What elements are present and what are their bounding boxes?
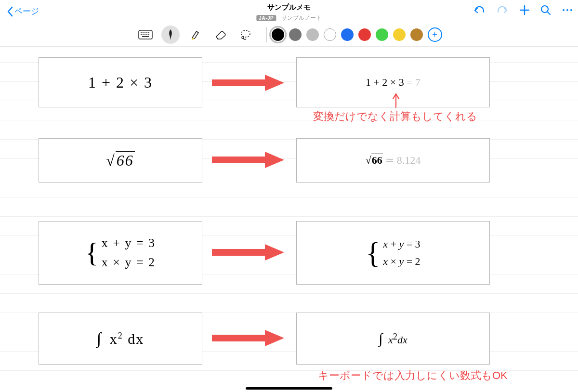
handwritten-eq-2: √66 <box>106 152 135 170</box>
nav-title-block: サンプルメモ JA-JP サンプルノート <box>256 3 321 22</box>
annotation-arrow-up-icon <box>391 92 401 108</box>
plus-icon: + <box>432 30 437 39</box>
eraser-tool[interactable] <box>211 26 230 44</box>
keyboard-tool[interactable] <box>136 26 155 44</box>
handwritten-box-3[interactable]: { x + y = 3 x × y = 2 <box>39 221 202 285</box>
arrow-right-icon <box>212 244 284 261</box>
typeset-eq-2: √66 ≃ 8.124 <box>366 154 421 167</box>
add-color-button[interactable]: + <box>428 27 442 42</box>
svg-rect-13 <box>146 34 147 35</box>
handwritten-box-1[interactable]: 1 + 2 × 3 <box>39 57 202 107</box>
color-swatch-darkgrey[interactable] <box>289 28 302 41</box>
handwritten-eq-3: x + y = 3 x × y = 2 <box>102 236 156 270</box>
color-swatch-brown[interactable] <box>410 28 423 41</box>
home-bar <box>246 387 332 390</box>
nav-actions <box>473 5 573 15</box>
more-icon <box>562 8 573 13</box>
svg-point-17 <box>242 37 244 39</box>
tool-divider <box>266 27 267 42</box>
svg-rect-10 <box>141 34 142 35</box>
svg-rect-19 <box>212 157 267 163</box>
navigation-bar: ページ サンプルメモ JA-JP サンプルノート <box>0 0 578 23</box>
typeset-box-3[interactable]: { x + y = 3 x × y = 2 <box>296 221 490 285</box>
lasso-icon <box>239 29 252 40</box>
typeset-box-4[interactable]: ∫ x2dx <box>296 313 490 365</box>
color-swatch-lightgrey[interactable] <box>306 28 319 41</box>
search-icon <box>540 5 551 15</box>
keyboard-icon <box>138 30 153 39</box>
back-label: ページ <box>14 6 39 17</box>
undo-button[interactable] <box>473 5 486 15</box>
handwritten-box-2[interactable]: √66 <box>39 138 202 183</box>
svg-point-3 <box>570 9 572 11</box>
svg-rect-8 <box>146 32 147 33</box>
handwritten-box-4[interactable]: ∫ x2 dx <box>39 313 202 365</box>
handwritten-eq-4: ∫ x2 dx <box>97 329 144 348</box>
color-swatch-blue[interactable] <box>341 28 354 41</box>
svg-rect-5 <box>141 32 142 33</box>
annotation-note-2: キーボードでは入力しにくい数式もOK <box>318 368 508 383</box>
svg-rect-12 <box>144 34 145 35</box>
tool-bar: + <box>0 23 578 47</box>
annotation-note-1: 変換だけでなく計算もしてくれる <box>313 109 477 124</box>
typeset-eq-1: 1 + 2 × 3 = 7 <box>366 76 420 89</box>
svg-point-2 <box>566 9 568 11</box>
svg-rect-20 <box>212 249 267 256</box>
redo-icon <box>496 5 509 15</box>
note-canvas[interactable]: 1 + 2 × 3 1 + 2 × 3 = 7 変換だけでなく計算もしてくれる … <box>0 47 578 392</box>
plus-icon <box>519 5 530 15</box>
chevron-left-icon <box>7 6 13 17</box>
color-swatch-white[interactable] <box>324 28 336 41</box>
svg-point-16 <box>241 30 250 37</box>
pen-icon <box>165 28 176 41</box>
search-button[interactable] <box>540 5 551 15</box>
back-button[interactable]: ページ <box>7 6 39 17</box>
typeset-eq-4: ∫ x2dx <box>379 330 407 347</box>
svg-rect-7 <box>144 32 145 33</box>
typeset-eq-3: x + y = 3 x × y = 2 <box>383 238 420 268</box>
undo-icon <box>473 5 486 15</box>
svg-rect-9 <box>148 32 149 33</box>
svg-point-1 <box>563 9 565 11</box>
arrow-right-icon <box>212 75 284 91</box>
svg-rect-21 <box>212 335 267 341</box>
color-swatch-black[interactable] <box>272 28 284 41</box>
color-palette: + <box>272 27 442 42</box>
color-swatch-green[interactable] <box>376 28 388 41</box>
left-brace-icon: { <box>85 239 99 267</box>
color-swatch-red[interactable] <box>358 28 371 41</box>
svg-rect-14 <box>148 34 149 35</box>
redo-button[interactable] <box>496 5 509 15</box>
handwritten-eq-1: 1 + 2 × 3 <box>88 74 153 91</box>
svg-rect-11 <box>143 34 144 35</box>
color-swatch-yellow[interactable] <box>393 28 406 41</box>
arrow-right-icon <box>212 152 284 168</box>
more-button[interactable] <box>562 8 573 13</box>
eraser-icon <box>214 29 227 40</box>
add-button[interactable] <box>519 5 530 15</box>
typeset-box-2[interactable]: √66 ≃ 8.124 <box>296 138 490 183</box>
left-brace-icon: { <box>366 238 380 268</box>
arrow-right-icon <box>212 330 284 346</box>
lasso-tool[interactable] <box>236 26 255 44</box>
page-title: サンプルメモ <box>256 3 321 12</box>
highlighter-icon <box>190 28 201 41</box>
svg-rect-18 <box>212 79 267 86</box>
highlighter-tool[interactable] <box>186 26 205 44</box>
notebook-subtitle: サンプルノート <box>281 14 322 21</box>
locale-badge: JA-JP <box>256 15 276 21</box>
svg-rect-15 <box>142 36 149 37</box>
svg-rect-6 <box>143 32 144 33</box>
pen-tool[interactable] <box>161 26 180 44</box>
